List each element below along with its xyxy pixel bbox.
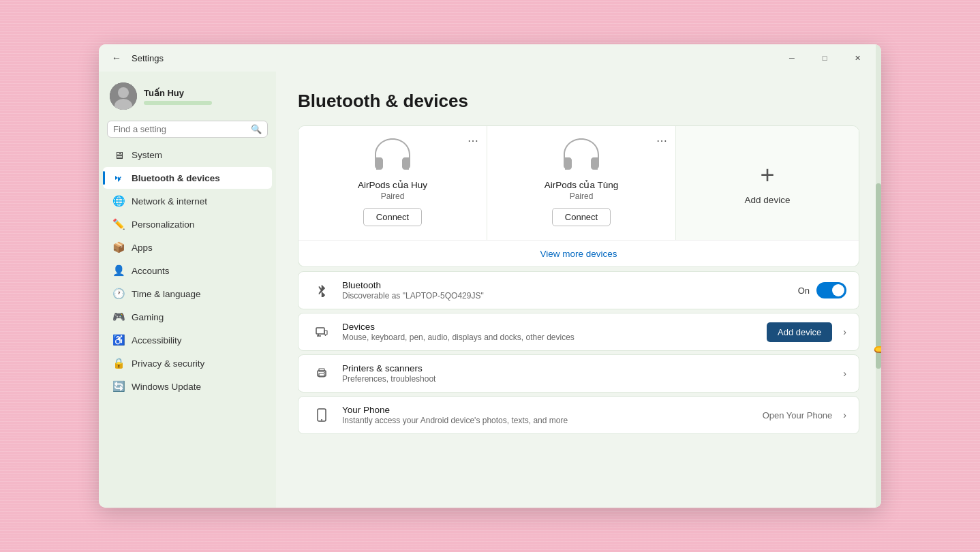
- network-icon: 🌐: [112, 195, 125, 207]
- phone-setting-title: Your Phone: [342, 405, 763, 415]
- setting-row-printers[interactable]: Printers & scanners Preferences, trouble…: [298, 354, 859, 393]
- bluetooth-icon: [112, 172, 125, 184]
- sidebar-item-system[interactable]: 🖥 System: [103, 144, 272, 166]
- device-cards: ⋯ AirPods của Huy Paired Connect ⋯: [298, 125, 859, 240]
- phone-setting-icon: [311, 404, 333, 426]
- bluetooth-setting-title: Bluetooth: [342, 280, 798, 290]
- add-device-label: Add device: [745, 195, 791, 205]
- sidebar-label-gaming: Gaming: [132, 312, 164, 322]
- view-more-link[interactable]: View more devices: [540, 249, 617, 259]
- gaming-icon: 🎮: [112, 311, 125, 323]
- search-icon[interactable]: 🔍: [251, 124, 262, 134]
- search-box[interactable]: 🔍: [107, 121, 268, 138]
- card-menu-1[interactable]: ⋯: [656, 134, 667, 147]
- sidebar-item-time[interactable]: 🕐 Time & language: [103, 283, 272, 305]
- add-device-card[interactable]: + Add device: [676, 126, 859, 240]
- accounts-icon: 👤: [112, 264, 125, 277]
- accessibility-icon: ♿: [112, 334, 125, 346]
- toggle-label: On: [798, 286, 810, 296]
- device-card-1: ⋯ AirPods của Tùng Paired Connect: [487, 126, 676, 240]
- device-status-0: Paired: [381, 191, 405, 201]
- bluetooth-setting-sub: Discoverable as "LAPTOP-5QO429JS": [342, 291, 798, 301]
- phone-setting-sub: Instantly access your Android device's p…: [342, 416, 763, 425]
- sidebar-label-time: Time & language: [132, 289, 201, 299]
- titlebar: ← Settings ─ □ ✕: [99, 44, 881, 72]
- sidebar-item-gaming[interactable]: 🎮 Gaming: [103, 306, 272, 328]
- sidebar-item-apps[interactable]: 📦 Apps: [103, 236, 272, 258]
- update-icon: 🔄: [112, 380, 125, 393]
- sidebar-item-personalization[interactable]: ✏️ Personalization: [103, 213, 272, 235]
- sidebar-label-update: Windows Update: [132, 382, 201, 392]
- page-title: Bluetooth & devices: [298, 91, 859, 112]
- svg-rect-7: [319, 369, 324, 371]
- add-device-button[interactable]: Add device: [767, 322, 832, 342]
- svg-rect-3: [316, 328, 324, 334]
- user-bar: [144, 101, 212, 105]
- phone-action-label: Open Your Phone: [763, 410, 833, 420]
- sidebar-item-bluetooth[interactable]: Bluetooth & devices: [103, 167, 272, 189]
- svg-point-10: [321, 419, 322, 420]
- setting-row-devices[interactable]: Devices Mouse, keyboard, pen, audio, dis…: [298, 313, 859, 351]
- printers-chevron: ›: [843, 368, 846, 379]
- device-name-1: AirPods của Tùng: [545, 179, 619, 190]
- printers-setting-sub: Preferences, troubleshoot: [342, 374, 839, 384]
- back-button[interactable]: ←: [107, 48, 126, 67]
- search-input[interactable]: [113, 124, 247, 134]
- card-menu-0[interactable]: ⋯: [468, 134, 478, 147]
- settings-window: ← Settings ─ □ ✕: [99, 44, 881, 508]
- bluetooth-toggle[interactable]: [816, 282, 846, 298]
- printers-setting-title: Printers & scanners: [342, 363, 839, 373]
- sidebar-item-accounts[interactable]: 👤 Accounts: [103, 260, 272, 281]
- sidebar-label-personalization: Personalization: [132, 219, 194, 230]
- user-name: Tuấn Huy: [144, 88, 212, 98]
- sidebar-label-apps: Apps: [132, 243, 153, 253]
- devices-setting-title: Devices: [342, 322, 767, 332]
- view-more-row[interactable]: View more devices: [298, 240, 859, 267]
- devices-setting-sub: Mouse, keyboard, pen, audio, displays an…: [342, 333, 767, 342]
- scrollbar[interactable]: [876, 72, 881, 508]
- personalization-icon: ✏️: [112, 218, 125, 230]
- headphone-icon-0: [371, 137, 414, 174]
- devices-chevron: ›: [843, 326, 846, 337]
- sidebar-label-accessibility: Accessibility: [132, 335, 182, 346]
- setting-row-bluetooth[interactable]: Bluetooth Discoverable as "LAPTOP-5QO429…: [298, 271, 859, 309]
- printers-setting-icon: [311, 363, 333, 384]
- avatar: [110, 82, 137, 110]
- connect-button-1[interactable]: Connect: [552, 208, 611, 226]
- device-name-0: AirPods của Huy: [358, 179, 427, 190]
- connect-button-0[interactable]: Connect: [363, 208, 422, 226]
- user-section: Tuấn Huy: [99, 77, 276, 121]
- privacy-icon: 🔒: [112, 357, 125, 369]
- apps-icon: 📦: [112, 241, 125, 254]
- sidebar-label-bluetooth: Bluetooth & devices: [132, 173, 220, 183]
- bluetooth-setting-icon: [311, 279, 333, 301]
- svg-point-8: [324, 372, 325, 373]
- setting-row-phone[interactable]: Your Phone Instantly access your Android…: [298, 396, 859, 434]
- devices-setting-icon: [311, 321, 333, 343]
- close-button[interactable]: ✕: [842, 47, 873, 69]
- device-card-0: ⋯ AirPods của Huy Paired Connect: [298, 126, 487, 240]
- sidebar-item-update[interactable]: 🔄 Windows Update: [103, 375, 272, 397]
- sidebar-label-system: System: [132, 150, 162, 160]
- sidebar-item-privacy[interactable]: 🔒 Privacy & security: [103, 352, 272, 374]
- add-icon: +: [760, 161, 774, 189]
- window-controls: ─ □ ✕: [776, 47, 873, 69]
- sidebar-label-network: Network & internet: [132, 196, 207, 206]
- system-icon: 🖥: [112, 149, 125, 161]
- time-icon: 🕐: [112, 288, 125, 300]
- phone-chevron: ›: [843, 410, 846, 420]
- sidebar: Tuấn Huy 🔍 🖥 System: [99, 72, 276, 508]
- sidebar-item-accessibility[interactable]: ♿ Accessibility: [103, 329, 272, 351]
- sidebar-label-privacy: Privacy & security: [132, 358, 204, 369]
- svg-point-1: [118, 87, 129, 98]
- device-status-1: Paired: [570, 191, 594, 201]
- maximize-button[interactable]: □: [809, 47, 840, 69]
- toggle-knob: [832, 284, 844, 296]
- content-area: Tuấn Huy 🔍 🖥 System: [99, 72, 881, 508]
- headphone-icon-1: [560, 137, 603, 174]
- window-title: Settings: [132, 53, 776, 63]
- sidebar-item-network[interactable]: 🌐 Network & internet: [103, 190, 272, 212]
- sidebar-label-accounts: Accounts: [132, 266, 170, 276]
- minimize-button[interactable]: ─: [776, 47, 808, 69]
- scroll-thumb: [876, 183, 881, 369]
